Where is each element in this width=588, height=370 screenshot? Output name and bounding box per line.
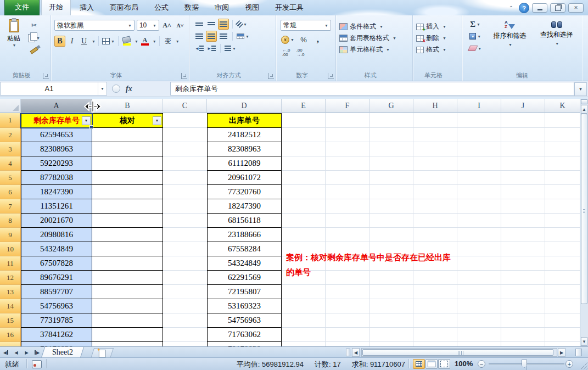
cell-I16[interactable] [457,328,501,342]
cell-F14[interactable] [326,299,369,313]
cell-I15[interactable] [457,313,501,328]
cell-E7[interactable] [282,199,326,214]
cell-E8[interactable] [282,214,326,228]
cell-H15[interactable] [413,313,457,328]
cell-B9[interactable] [92,228,163,242]
normal-view-button[interactable] [413,359,425,369]
font-dialog-launcher[interactable] [181,73,187,79]
ribbon-tab-数据[interactable]: 数据 [177,1,206,15]
cell-J16[interactable] [501,328,545,342]
cell-C12[interactable] [163,271,207,285]
cell-C16[interactable] [163,328,207,342]
cell-I2[interactable] [457,128,501,142]
cell-B1[interactable]: 核对 ▼ [92,113,163,128]
cell-H16[interactable] [413,328,457,342]
cell-E15[interactable] [282,313,326,328]
align-left-button[interactable] [194,31,205,42]
cell-I4[interactable] [457,156,501,171]
cell-D13[interactable]: 72195807 [207,285,282,299]
number-format-select[interactable]: 常规▼ [281,20,331,31]
cell-J7[interactable] [501,199,545,214]
next-sheet-icon[interactable]: ▶ [22,348,31,357]
cell-A17[interactable]: 79178838 [21,342,92,346]
cell-C13[interactable] [163,285,207,299]
horizontal-split-handle[interactable] [346,349,350,356]
cell-styles-button[interactable]: 单元格样式▼ [337,44,411,55]
ribbon-tab-开发工具[interactable]: 开发工具 [268,1,311,15]
cell-K13[interactable] [545,285,580,299]
select-all-button[interactable] [0,99,21,113]
cell-K16[interactable] [545,328,580,342]
cell-G15[interactable] [369,313,413,328]
conditional-formatting-button[interactable]: 条件格式▼ [337,21,411,32]
ribbon-tab-插入[interactable]: 插入 [72,1,101,15]
borders-button[interactable]: ▼ [102,36,115,47]
cell-G8[interactable] [369,214,413,228]
find-select-button[interactable]: 查找和选择 ▼ [534,19,580,54]
row-header-15[interactable]: 15 [0,313,21,328]
column-header-A[interactable]: A [21,99,92,113]
font-name-select[interactable]: 微软雅黑▼ [54,20,135,31]
cell-G7[interactable] [369,199,413,214]
cell-F8[interactable] [326,214,369,228]
cell-E17[interactable] [282,342,326,346]
cell-B8[interactable] [92,214,163,228]
cell-G6[interactable] [369,185,413,199]
cell-J17[interactable] [501,342,545,346]
ribbon-tab-公式[interactable]: 公式 [147,1,176,15]
cell-C17[interactable] [163,342,207,346]
cell-B2[interactable] [92,128,163,142]
align-top-button[interactable] [194,19,205,30]
align-middle-button[interactable] [206,19,217,30]
row-header-1[interactable]: 1 [0,113,21,128]
comma-style-button[interactable]: , [312,34,323,45]
row-header-11[interactable]: 11 [0,256,21,271]
cell-H14[interactable] [413,299,457,313]
cell-D4[interactable]: 61112089 [207,156,282,171]
cell-C9[interactable] [163,228,207,242]
cell-C1[interactable] [163,113,207,128]
cell-D6[interactable]: 77320760 [207,185,282,199]
align-center-button[interactable] [206,31,217,42]
help-icon[interactable]: ? [519,3,529,13]
insert-cells-button[interactable]: + 插入▼ [414,21,461,32]
cell-A5[interactable]: 87782038 [21,171,92,185]
horizontal-split-box[interactable] [575,349,582,356]
cell-B11[interactable] [92,256,163,271]
clipboard-dialog-launcher[interactable] [43,73,49,79]
filter-dropdown-A1[interactable]: ▼ [82,116,91,125]
cell-J5[interactable] [501,171,545,185]
cell-H9[interactable] [413,228,457,242]
cell-E5[interactable] [282,171,326,185]
cell-E6[interactable] [282,185,326,199]
cell-I8[interactable] [457,214,501,228]
cell-C5[interactable] [163,171,207,185]
horizontal-scroll-thumb[interactable] [362,349,553,356]
row-header-8[interactable]: 8 [0,214,21,228]
restore-button[interactable] [550,3,565,13]
column-header-C[interactable]: C [163,99,207,113]
row-header-9[interactable]: 9 [0,228,21,242]
ribbon-tab-开始[interactable]: 开始 [41,0,71,15]
cell-E4[interactable] [282,156,326,171]
cell-I3[interactable] [457,142,501,156]
cell-A15[interactable]: 77319785 [21,313,92,328]
cell-K7[interactable] [545,199,580,214]
cell-B16[interactable] [92,328,163,342]
cell-C4[interactable] [163,156,207,171]
name-box[interactable]: A1 ▼ [0,82,107,96]
cell-J13[interactable] [501,285,545,299]
cell-A11[interactable]: 67507828 [21,256,92,271]
column-header-I[interactable]: I [457,99,501,113]
cell-H6[interactable] [413,185,457,199]
cell-A7[interactable]: 11351261 [21,199,92,214]
cell-J1[interactable] [501,113,545,128]
last-sheet-icon[interactable]: ▶ [32,348,42,357]
scroll-left-icon[interactable]: ◀ [352,348,360,357]
cell-F6[interactable] [326,185,369,199]
cell-D9[interactable]: 23188666 [207,228,282,242]
cell-E1[interactable] [282,113,326,128]
prev-sheet-icon[interactable]: ◀ [12,348,21,357]
cell-D11[interactable]: 54324849 [207,256,282,271]
cell-G16[interactable] [369,328,413,342]
